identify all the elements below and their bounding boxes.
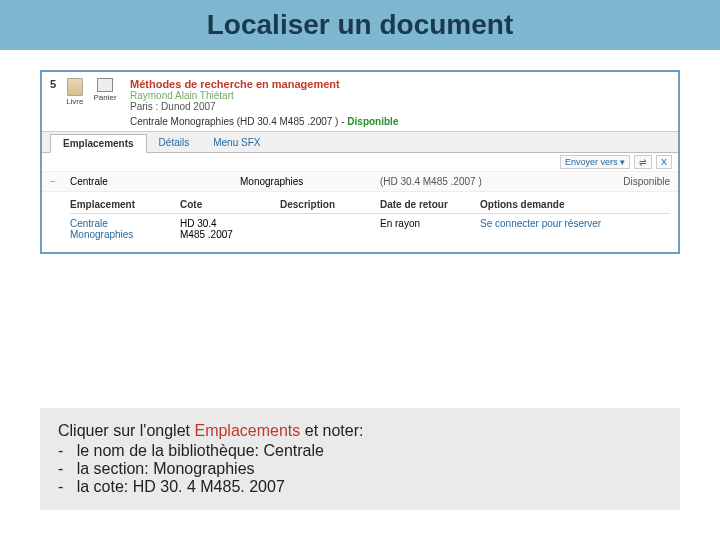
cart-icon-col[interactable]: Panier bbox=[93, 78, 116, 102]
result-main: Méthodes de recherche en management Raym… bbox=[130, 78, 670, 127]
page-title: Localiser un document bbox=[207, 9, 514, 41]
loc-status: Disponible bbox=[520, 176, 670, 187]
chevron-down-icon: ▾ bbox=[620, 157, 625, 167]
th-date: Date de retour bbox=[380, 199, 480, 210]
result-number: 5 bbox=[50, 78, 56, 90]
availability-badge: Disponible bbox=[347, 116, 398, 127]
instruction-box: Cliquer sur l'onglet Emplacements et not… bbox=[40, 408, 680, 510]
rss-icon[interactable]: ⇌ bbox=[634, 155, 652, 169]
send-row: Envoyer vers ▾ ⇌ X bbox=[42, 153, 678, 172]
result-left: 5 Livre Panier bbox=[50, 78, 130, 127]
cart-icon bbox=[97, 78, 113, 92]
loc-callnumber: (HD 30.4 M485 .2007 ) bbox=[380, 176, 520, 187]
th-cote: Cote bbox=[180, 199, 280, 210]
loc-library: Centrale bbox=[70, 176, 240, 187]
location-header: − Centrale Monographies (HD 30.4 M485 .2… bbox=[42, 172, 678, 192]
result-author: Raymond Alain Thiétart bbox=[130, 90, 670, 101]
th-description: Description bbox=[280, 199, 380, 210]
instr-bullet-1: le nom de la bibliothèque: Centrale bbox=[58, 442, 662, 460]
table-row: Centrale Monographies HD 30.4 M485 .2007… bbox=[70, 214, 670, 244]
book-icon bbox=[67, 78, 83, 96]
cote-line1: HD 30.4 bbox=[180, 218, 217, 229]
tab-details[interactable]: Détails bbox=[147, 134, 202, 151]
emp-line2: Monographies bbox=[70, 229, 133, 240]
book-label: Livre bbox=[66, 97, 83, 106]
td-description bbox=[280, 218, 380, 240]
instruction-list: le nom de la bibliothèque: Centrale la s… bbox=[58, 442, 662, 496]
td-date: En rayon bbox=[380, 218, 480, 240]
send-to-button[interactable]: Envoyer vers ▾ bbox=[560, 155, 630, 169]
holdings-prefix: Centrale Monographies (HD 30.4 M485 .200… bbox=[130, 116, 347, 127]
th-options: Options demande bbox=[480, 199, 670, 210]
location-table: Emplacement Cote Description Date de ret… bbox=[42, 192, 678, 252]
instr-1a: Cliquer sur l'onglet bbox=[58, 422, 194, 439]
tab-emplacements[interactable]: Emplacements bbox=[50, 134, 147, 153]
result-publisher: Paris : Dunod 2007 bbox=[130, 101, 670, 112]
result-holdings: Centrale Monographies (HD 30.4 M485 .200… bbox=[130, 116, 670, 127]
result-title[interactable]: Méthodes de recherche en management bbox=[130, 78, 670, 90]
td-cote: HD 30.4 M485 .2007 bbox=[180, 218, 280, 240]
emp-line1: Centrale bbox=[70, 218, 108, 229]
instr-bullet-2: la section: Monographies bbox=[58, 460, 662, 478]
instr-keyword: Emplacements bbox=[194, 422, 300, 439]
cart-label: Panier bbox=[93, 93, 116, 102]
search-result-row: 5 Livre Panier Méthodes de recherche en … bbox=[42, 72, 678, 131]
table-header-row: Emplacement Cote Description Date de ret… bbox=[70, 196, 670, 214]
instr-bullet-3: la cote: HD 30. 4 M485. 2007 bbox=[58, 478, 662, 496]
cote-line2: M485 .2007 bbox=[180, 229, 233, 240]
collapse-toggle[interactable]: − bbox=[50, 176, 70, 187]
th-emplacement: Emplacement bbox=[70, 199, 180, 210]
send-label: Envoyer vers bbox=[565, 157, 618, 167]
title-bar: Localiser un document bbox=[0, 0, 720, 50]
close-icon[interactable]: X bbox=[656, 155, 672, 169]
book-icon-col: Livre bbox=[66, 78, 83, 106]
td-options[interactable]: Se connecter pour réserver bbox=[480, 218, 670, 240]
td-emplacement[interactable]: Centrale Monographies bbox=[70, 218, 180, 240]
instruction-line1: Cliquer sur l'onglet Emplacements et not… bbox=[58, 422, 662, 440]
tabs-row: Emplacements Détails Menu SFX bbox=[42, 131, 678, 153]
catalog-screenshot: 5 Livre Panier Méthodes de recherche en … bbox=[40, 70, 680, 254]
tab-menu-sfx[interactable]: Menu SFX bbox=[201, 134, 272, 151]
instr-1c: et noter: bbox=[300, 422, 363, 439]
loc-section: Monographies bbox=[240, 176, 380, 187]
